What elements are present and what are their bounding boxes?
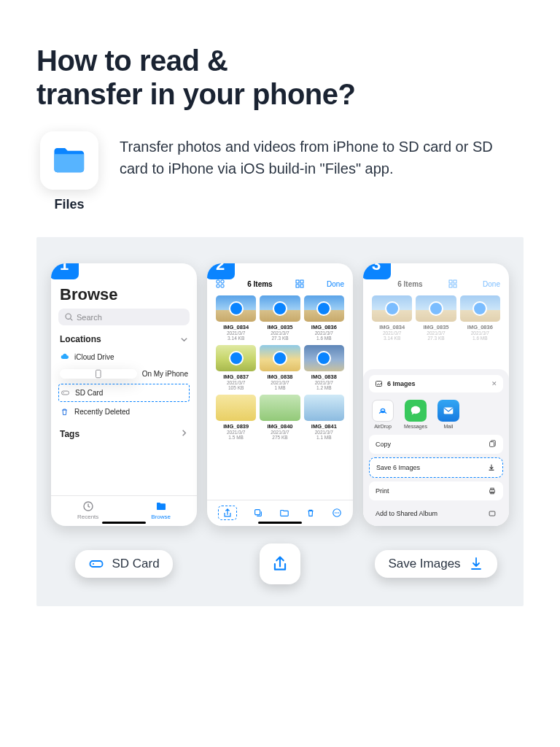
- tab-label: Browse: [151, 514, 171, 520]
- share-button[interactable]: [218, 506, 237, 520]
- items-count: 6 Items: [397, 280, 422, 288]
- album-icon: [488, 509, 497, 518]
- location-onmyiphone[interactable]: On My iPhone: [58, 365, 190, 382]
- action-save-images[interactable]: Save 6 Images: [369, 457, 503, 478]
- phone-step-1: 1 Browse Search Locations iCloud Drive: [51, 263, 197, 526]
- svg-rect-13: [300, 285, 303, 287]
- sort-icon: [448, 279, 457, 288]
- app-label: Mail: [443, 424, 453, 429]
- svg-rect-22: [454, 285, 456, 287]
- app-airdrop[interactable]: AirDrop: [372, 400, 394, 429]
- download-icon: [487, 463, 496, 472]
- share-sheet: 6 Images ✕ AirDrop Messages Mail Copy Sa…: [363, 369, 509, 526]
- svg-rect-12: [296, 285, 299, 287]
- thumb-item[interactable]: IMG_08372021/3/7105 KB: [216, 345, 256, 390]
- share-sheet-count: 6 Images: [387, 380, 416, 387]
- caption-label: SD Card: [112, 557, 159, 571]
- locations-header-row[interactable]: Locations: [60, 334, 188, 344]
- tags-header-row[interactable]: Tags: [60, 429, 188, 439]
- svg-rect-28: [491, 488, 494, 489]
- action-label: Copy: [376, 441, 391, 448]
- copy-icon: [488, 440, 497, 449]
- svg-rect-8: [217, 285, 219, 287]
- close-button[interactable]: ✕: [491, 380, 497, 387]
- done-button: Done: [483, 280, 500, 288]
- phone-step-2: 2 6 Items Done IMG_08342021/3/73.14 KB I…: [207, 263, 353, 526]
- action-copy[interactable]: Copy: [369, 435, 503, 454]
- svg-rect-31: [90, 561, 103, 567]
- thumbnail-grid-bg: IMG_08342021/3/73.14 KB IMG_08352021/3/7…: [370, 293, 502, 341]
- move-button[interactable]: [279, 508, 289, 518]
- tags-header: Tags: [60, 429, 79, 439]
- location-label: On My iPhone: [142, 370, 188, 378]
- steps-stage: 1 Browse Search Locations iCloud Drive: [36, 237, 524, 606]
- app-messages[interactable]: Messages: [404, 400, 427, 429]
- action-label: Add to Shared Album: [376, 510, 438, 517]
- svg-point-0: [66, 314, 71, 319]
- chevron-down-icon: [180, 336, 188, 344]
- phone-icon: [60, 369, 137, 379]
- tab-browse[interactable]: Browse: [151, 500, 171, 520]
- grid-icon[interactable]: [216, 279, 225, 288]
- more-icon: [332, 508, 342, 518]
- svg-rect-19: [449, 280, 452, 283]
- action-list: Copy Save 6 Images Print Add to Shared A…: [369, 435, 503, 522]
- svg-rect-11: [300, 280, 303, 283]
- location-sdcard[interactable]: SD Card: [61, 387, 187, 399]
- cloud-icon: [60, 352, 69, 362]
- duplicate-icon: [253, 508, 263, 518]
- tab-recents[interactable]: Recents: [77, 500, 98, 520]
- thumb-item[interactable]: IMG_08382021/3/71 MB: [260, 345, 300, 390]
- action-add-album[interactable]: Add to Shared Album: [369, 504, 503, 518]
- heading-line-1: How to read &: [36, 44, 228, 77]
- app-label: AirDrop: [374, 424, 392, 429]
- share-sheet-header: 6 Images ✕: [369, 375, 503, 392]
- thumb-item[interactable]: IMG_08392021/3/71.5 MB: [216, 395, 256, 440]
- location-icloud[interactable]: iCloud Drive: [58, 349, 190, 365]
- thumb-item[interactable]: IMG_08352021/3/727.3 KB: [260, 295, 300, 341]
- svg-rect-6: [217, 280, 219, 283]
- tab-bar: Recents Browse: [51, 495, 197, 522]
- toolbar: [207, 500, 353, 522]
- mail-icon: [442, 404, 455, 417]
- caption-share-icon: [260, 543, 300, 584]
- step-badge-1: 1: [51, 263, 79, 279]
- duplicate-button[interactable]: [253, 508, 263, 518]
- caption-step-1: SD Card: [51, 543, 197, 584]
- clock-icon: [82, 500, 94, 512]
- thumb-item[interactable]: IMG_08342021/3/73.14 KB: [216, 295, 256, 341]
- caption-step-3: Save Images: [363, 543, 509, 584]
- search-placeholder: Search: [77, 313, 102, 322]
- sort-icon[interactable]: [295, 279, 304, 288]
- search-input[interactable]: Search: [58, 309, 190, 325]
- thumb-item[interactable]: IMG_08362021/3/71.6 MB: [304, 295, 344, 341]
- phone-step-3: 3 6 Items Done IMG_08342021/3/73.14 KB I…: [363, 263, 509, 526]
- page-title: How to read & transfer in your phone?: [36, 44, 524, 111]
- done-button[interactable]: Done: [327, 280, 344, 288]
- browse-title: Browse: [60, 285, 190, 304]
- caption-step-2: [207, 543, 353, 584]
- app-mail[interactable]: Mail: [438, 400, 459, 429]
- thumb-item[interactable]: IMG_08402021/3/7275 KB: [260, 395, 300, 440]
- svg-rect-9: [221, 285, 224, 287]
- thumb-item[interactable]: IMG_08412021/3/71.1 MB: [304, 395, 344, 440]
- heading-line-2: transfer in your phone?: [36, 78, 355, 110]
- drive-icon: [61, 388, 70, 398]
- share-icon: [222, 508, 233, 518]
- location-recently-deleted[interactable]: Recently Deleted: [58, 403, 190, 420]
- home-indicator: [102, 522, 146, 524]
- location-label: Recently Deleted: [74, 408, 130, 416]
- caption-pill-sdcard: SD Card: [75, 550, 172, 578]
- thumb-item[interactable]: IMG_08382021/3/71.2 MB: [304, 345, 344, 390]
- trash-icon: [60, 407, 69, 417]
- more-button[interactable]: [332, 508, 342, 518]
- files-app-block: Files: [36, 131, 102, 212]
- step-badge-3: 3: [363, 263, 391, 279]
- folder-icon: [155, 500, 167, 512]
- thumbnail-grid: IMG_08342021/3/73.14 KB IMG_08352021/3/7…: [214, 293, 346, 440]
- files-app-icon: [40, 131, 98, 190]
- action-print[interactable]: Print: [369, 481, 503, 500]
- chevron-right-icon: [180, 429, 188, 437]
- items-count: 6 Items: [247, 280, 272, 288]
- delete-button[interactable]: [306, 508, 316, 518]
